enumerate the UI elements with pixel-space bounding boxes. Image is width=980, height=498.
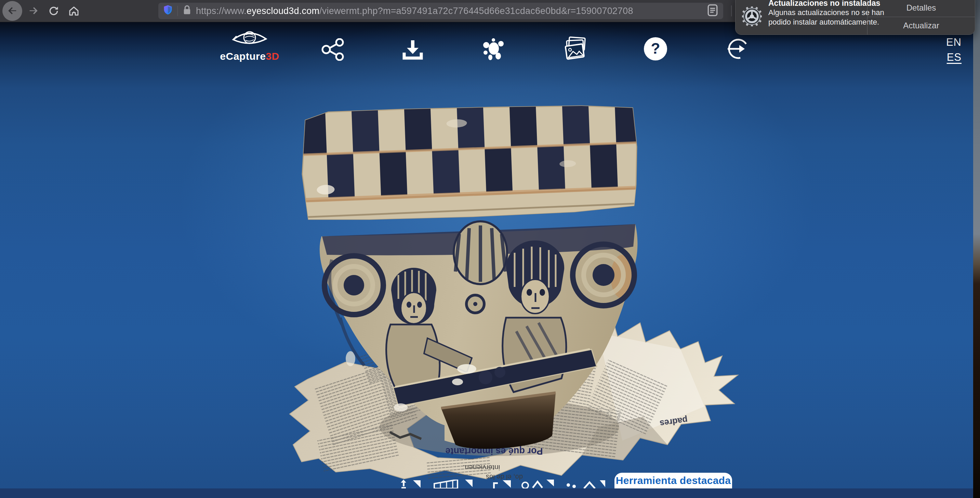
capital-checkerboard-rim bbox=[280, 99, 651, 227]
notification-body-line2: podido instalar automáticamente. bbox=[768, 17, 867, 27]
help-glyph: ? bbox=[651, 40, 660, 57]
notification-body-line1: Algunas actualizaciones no se han bbox=[768, 8, 867, 17]
reload-icon bbox=[48, 5, 59, 17]
url-scheme: https://www. bbox=[196, 6, 247, 16]
share-button[interactable] bbox=[321, 38, 345, 62]
system-gear-icon bbox=[735, 0, 768, 35]
back-arrow-icon bbox=[6, 5, 18, 17]
brand-name: eCapture bbox=[220, 51, 266, 62]
brand-wordmark: eCapture3D bbox=[211, 51, 288, 62]
lock-icon bbox=[183, 5, 191, 17]
forward-arrow-icon bbox=[28, 5, 39, 17]
url-text[interactable]: https://www.eyescloud3d.com/viewermt.php… bbox=[196, 6, 707, 16]
exit-button[interactable] bbox=[726, 38, 749, 62]
url-domain: eyescloud3d.com bbox=[247, 6, 319, 16]
model-3d-capital-viewport[interactable]: acompaña Por qué es importante intervien… bbox=[280, 99, 745, 498]
footer-bar bbox=[0, 488, 973, 498]
viewer-page: eCapture3D bbox=[0, 22, 973, 498]
back-button[interactable] bbox=[2, 1, 22, 21]
ecapture3d-logo[interactable]: eCapture3D bbox=[211, 29, 288, 62]
notification-title: Actualizaciones no instaladas bbox=[768, 0, 867, 8]
photos-button[interactable] bbox=[563, 36, 588, 62]
newspaper-line-below: intervienen. bbox=[463, 464, 500, 472]
help-button[interactable]: ? bbox=[644, 37, 667, 62]
reload-button[interactable] bbox=[44, 1, 64, 21]
update-button[interactable]: Actualizar bbox=[867, 17, 975, 35]
details-button[interactable]: Detalles bbox=[867, 0, 975, 17]
lang-en-link[interactable]: EN bbox=[946, 35, 961, 50]
photos-gallery-icon bbox=[563, 56, 588, 62]
exit-icon bbox=[726, 56, 749, 61]
lang-es-link[interactable]: ES bbox=[946, 50, 961, 65]
desktop-wallpaper-strip bbox=[973, 0, 980, 498]
home-button[interactable] bbox=[64, 1, 84, 21]
screen: https://www.eyescloud3d.com/viewermt.php… bbox=[0, 0, 980, 498]
eye-logo-icon bbox=[231, 44, 269, 49]
update-notification[interactable]: Actualizaciones no instaladas Algunas ac… bbox=[735, 0, 975, 35]
url-path: /viewermt.php?m=a597491a72c776445d66e31c… bbox=[319, 6, 633, 16]
featured-tool-label: Herramienta destacada bbox=[616, 475, 731, 486]
urlbar-divider bbox=[177, 6, 178, 16]
point-cloud-button[interactable] bbox=[482, 38, 505, 63]
point-cloud-icon bbox=[482, 57, 505, 62]
url-bar[interactable]: https://www.eyescloud3d.com/viewermt.php… bbox=[158, 3, 723, 19]
partial-tool-icons bbox=[401, 479, 605, 488]
download-button[interactable] bbox=[402, 39, 423, 62]
tracking-protection-shield-icon[interactable] bbox=[163, 5, 173, 17]
bottom-toolbar-partial-icons[interactable] bbox=[393, 479, 605, 488]
toolbar-separator bbox=[731, 5, 732, 16]
language-switcher: EN ES bbox=[946, 35, 961, 65]
featured-tool-tab[interactable]: Herramienta destacada bbox=[614, 473, 732, 488]
download-icon bbox=[402, 56, 423, 62]
share-icon bbox=[321, 56, 345, 62]
question-mark-icon: ? bbox=[644, 56, 667, 62]
home-icon bbox=[68, 5, 80, 17]
notification-text: Actualizaciones no instaladas Algunas ac… bbox=[768, 0, 867, 35]
notification-buttons: Detalles Actualizar bbox=[867, 0, 975, 35]
reader-mode-icon[interactable] bbox=[707, 4, 718, 18]
brand-suffix: 3D bbox=[266, 51, 279, 62]
forward-button[interactable] bbox=[24, 1, 43, 21]
